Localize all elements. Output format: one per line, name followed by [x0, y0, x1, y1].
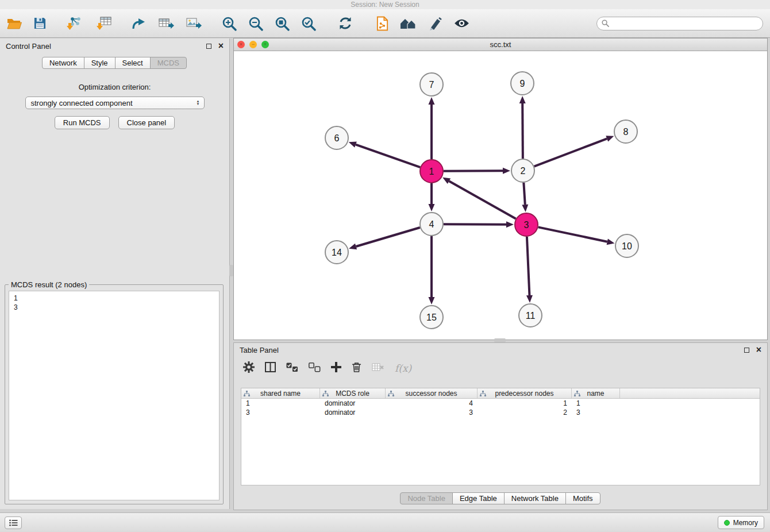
graph-node-15[interactable]: 15: [420, 306, 443, 329]
graph-edge-2-9[interactable]: [522, 103, 523, 159]
table-panel: Table Panel ×: [233, 342, 768, 510]
table-cell: 1: [572, 399, 620, 407]
network-canvas[interactable]: 7968124314101511: [234, 51, 767, 340]
main-toolbar: [0, 9, 770, 38]
close-mcds-panel-button[interactable]: Close panel: [118, 116, 175, 129]
zoom-fit-button[interactable]: [274, 14, 291, 33]
graph-node-9[interactable]: 9: [511, 72, 534, 95]
zoom-out-button[interactable]: [247, 14, 264, 33]
svg-text:3: 3: [524, 220, 529, 230]
graph-edge-1-6[interactable]: [356, 145, 420, 167]
window-title: Session: New Session: [351, 1, 419, 9]
graph-node-2[interactable]: 2: [511, 159, 534, 182]
list-icon: [9, 519, 18, 526]
refresh-button[interactable]: [337, 14, 354, 33]
save-session-button[interactable]: [31, 14, 48, 33]
unselect-all-button[interactable]: [309, 363, 321, 375]
mcds-result-list[interactable]: 13: [9, 291, 220, 500]
tab-style[interactable]: Style: [84, 57, 116, 69]
eye-button[interactable]: [453, 14, 470, 33]
graph-node-11[interactable]: 11: [519, 304, 542, 327]
open-file-button[interactable]: [6, 14, 23, 33]
graph-edge-4-14[interactable]: [356, 228, 420, 246]
graph-node-7[interactable]: 7: [420, 73, 443, 96]
maximize-window-button[interactable]: +: [261, 41, 269, 48]
table-settings-button[interactable]: [243, 361, 255, 375]
tab-select[interactable]: Select: [115, 57, 151, 69]
zoom-selected-button[interactable]: [300, 14, 317, 33]
minimize-window-button[interactable]: −: [249, 41, 257, 48]
table-row[interactable]: 3dominator323: [241, 408, 760, 417]
delete-button[interactable]: [352, 361, 361, 375]
table-body: 1dominator4113dominator323: [241, 399, 760, 417]
column-header-name[interactable]: name: [572, 388, 620, 398]
task-history-button[interactable]: [5, 516, 22, 529]
export-network-button[interactable]: [130, 14, 147, 33]
zoom-selected-icon: [301, 16, 316, 31]
close-window-button[interactable]: ×: [237, 41, 245, 48]
graph-edge-1-2[interactable]: [444, 171, 503, 171]
network-window-titlebar[interactable]: × − + scc.txt: [234, 38, 767, 51]
criterion-dropdown[interactable]: strongly connected component ▲▼: [25, 97, 205, 109]
tab-node-table[interactable]: Node Table: [400, 492, 453, 504]
show-columns-button[interactable]: [265, 362, 276, 375]
svg-text:8: 8: [623, 127, 629, 137]
graph-edge-4-3[interactable]: [444, 224, 506, 225]
unselect-all-icon: [309, 363, 321, 372]
graph-edge-arrow: [503, 168, 510, 174]
close-control-panel-button[interactable]: ×: [218, 43, 224, 49]
graph-node-4[interactable]: 4: [420, 213, 443, 236]
graph-edge-arrow: [429, 97, 435, 105]
search-box[interactable]: [596, 17, 763, 30]
graph-node-6[interactable]: 6: [325, 126, 348, 149]
import-network-button[interactable]: [66, 14, 83, 33]
table-row[interactable]: 1dominator411: [241, 399, 760, 408]
close-table-panel-button[interactable]: ×: [756, 346, 761, 353]
add-column-button[interactable]: [331, 362, 341, 375]
search-input[interactable]: [612, 20, 758, 28]
tab-motifs[interactable]: Motifs: [565, 492, 600, 504]
horizontal-splitter-handle[interactable]: [494, 338, 506, 342]
control-panel: Control Panel × NetworkStyleSelectMCDS O…: [0, 38, 230, 509]
graph-node-10[interactable]: 10: [615, 234, 638, 257]
memory-button[interactable]: Memory: [718, 516, 764, 529]
graph-node-14[interactable]: 14: [325, 241, 348, 264]
tab-mcds[interactable]: MCDS: [150, 57, 187, 69]
graph-edge-2-8[interactable]: [534, 138, 607, 166]
select-all-button[interactable]: [286, 363, 298, 375]
column-header-shared-name[interactable]: shared name: [241, 388, 320, 398]
graph-edge-3-10[interactable]: [538, 227, 607, 241]
zoom-in-button[interactable]: [221, 14, 238, 33]
style-button[interactable]: [426, 14, 444, 33]
zoom-in-icon: [222, 16, 237, 31]
delete-column-button[interactable]: [372, 363, 384, 374]
tab-edge-table[interactable]: Edge Table: [452, 492, 505, 504]
graph-node-8[interactable]: 8: [614, 120, 637, 143]
graph-edge-3-11[interactable]: [527, 237, 530, 295]
select-all-icon: [286, 363, 298, 372]
import-table-button[interactable]: [95, 14, 113, 33]
float-table-panel-button[interactable]: [744, 348, 749, 353]
column-header-predecessor-nodes[interactable]: predecessor nodes: [478, 388, 572, 398]
vertical-splitter-handle[interactable]: [229, 265, 233, 276]
svg-text:6: 6: [334, 133, 340, 143]
tab-network[interactable]: Network: [42, 57, 84, 69]
float-control-panel-button[interactable]: [206, 44, 211, 49]
run-mcds-button[interactable]: Run MCDS: [55, 116, 110, 129]
graph-node-3[interactable]: 3: [515, 213, 538, 236]
column-header-mcds-role[interactable]: MCDS role: [320, 388, 386, 398]
clipboard-network-button[interactable]: [374, 14, 391, 33]
graph-edge-3-1[interactable]: [449, 181, 515, 219]
svg-text:15: 15: [426, 313, 437, 322]
graph-node-1[interactable]: 1: [420, 160, 443, 183]
graph-edge-2-3[interactable]: [523, 183, 525, 205]
tab-network-table[interactable]: Network Table: [504, 492, 566, 504]
home-button[interactable]: [400, 14, 417, 33]
export-table-button[interactable]: [157, 14, 175, 33]
graph-edge-arrow: [429, 204, 435, 211]
column-header-successor-nodes[interactable]: successor nodes: [386, 388, 478, 398]
graph-edge-arrow: [349, 244, 357, 250]
function-builder-button[interactable]: f(x): [395, 363, 411, 374]
control-panel-header: Control Panel ×: [0, 38, 229, 53]
export-image-button[interactable]: [185, 14, 202, 33]
